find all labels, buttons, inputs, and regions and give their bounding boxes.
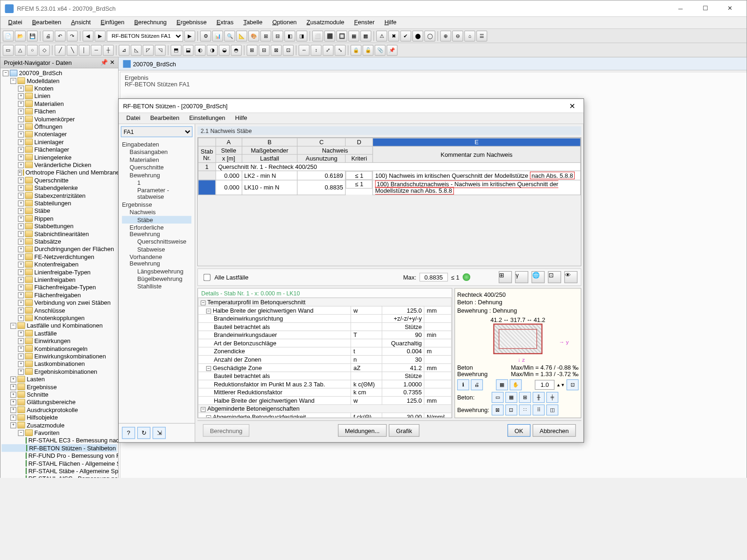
nav-fl-chen[interactable]: +Flächen <box>2 108 117 115</box>
cs-b3[interactable]: ⊞ <box>519 392 531 403</box>
tbtn-m[interactable]: ▦ <box>348 30 359 41</box>
tbtn-q[interactable]: ✔ <box>400 30 411 41</box>
nav-knotenlager[interactable]: +Knotenlager <box>2 131 117 138</box>
nav-querschnitte[interactable]: +Querschnitte <box>2 176 117 184</box>
nav-linien[interactable]: +Linien <box>2 92 117 100</box>
t2-q[interactable]: ◑ <box>207 44 218 55</box>
tbtn-j[interactable]: ⬜ <box>312 30 323 41</box>
ok-button[interactable]: OK <box>507 424 530 437</box>
maximize-button[interactable]: ☐ <box>693 0 718 17</box>
t2-x[interactable]: ↔ <box>299 44 310 55</box>
nav-zusatzmodule[interactable]: +Zusatzmodule <box>2 421 117 429</box>
nav-einwirkungen[interactable]: +Einwirkungen <box>2 337 117 345</box>
mr-btn-5[interactable]: 👁 <box>564 271 578 283</box>
dlg-menu-datei[interactable]: Datei <box>122 113 145 123</box>
tbtn-t[interactable]: ⊕ <box>440 30 451 41</box>
cs-b5[interactable]: ╪ <box>546 392 558 403</box>
t2-h[interactable]: ─ <box>91 44 101 55</box>
nav-linienlager[interactable]: +Linienlager <box>2 138 117 146</box>
nav-st-be[interactable]: +Stäbe <box>2 207 117 215</box>
nav-modelldaten[interactable]: −Modelldaten <box>2 77 117 84</box>
document-tab[interactable]: 200709_BrdSch <box>119 57 747 70</box>
tbtn-r[interactable]: ⬤ <box>412 30 423 41</box>
t2-y[interactable]: ↕ <box>310 44 321 55</box>
tbtn-e[interactable]: 🎨 <box>248 30 259 41</box>
menu-hilfe[interactable]: Hilfe <box>380 17 401 28</box>
cancel-button[interactable]: Abbrechen <box>533 424 576 437</box>
nav-materialien[interactable]: +Materialien <box>2 100 117 107</box>
dlg-export-button[interactable]: ⇲ <box>153 427 166 439</box>
menu-bearbeiten[interactable]: Bearbeiten <box>28 17 65 28</box>
nav-stabnichtlinearit-ten[interactable]: +Stabnichtlinearitäten <box>2 230 117 238</box>
dialog-results-grid[interactable]: ABCDEStabNr.StelleMaßgebenderNachweisKom… <box>197 137 581 266</box>
tbtn-o[interactable]: ⚠ <box>376 30 387 41</box>
t2-n[interactable]: ⬒ <box>170 44 181 55</box>
t2-o[interactable]: ⬓ <box>183 44 193 55</box>
nav-rf-stahl-fl-chen-allgemeine-sp[interactable]: RF-STAHL Flächen - Allgemeine Spannungsa… <box>2 460 117 467</box>
tbtn-new[interactable]: 📄 <box>3 30 14 41</box>
nav-fl-chenlager[interactable]: +Flächenlager <box>2 146 117 154</box>
mr-btn-3[interactable]: 🌐 <box>532 271 545 283</box>
nav-stabendgelenke[interactable]: +Stabendgelenke <box>2 184 117 192</box>
nav-anschl-sse[interactable]: +Anschlüsse <box>2 307 117 314</box>
menu-fenster[interactable]: Fenster <box>350 17 379 28</box>
dtree-bewehrung[interactable]: Bewehrung <box>122 171 191 179</box>
tbtn-b[interactable]: 📊 <box>212 30 223 41</box>
t2-a[interactable]: ▭ <box>3 44 14 55</box>
case-select[interactable]: RF-BETON Stützen FA1 <box>106 30 183 41</box>
nav-schnitte[interactable]: +Schnitte <box>2 391 117 398</box>
tbtn-i[interactable]: ◨ <box>296 30 307 41</box>
nav-stabteilungen[interactable]: +Stabteilungen <box>2 200 117 207</box>
t2-bb[interactable]: 🔒 <box>351 44 361 55</box>
dtree-parameter-stabweise[interactable]: Parameter - stabweise <box>122 186 191 200</box>
tbtn-w[interactable]: ☰ <box>476 30 487 41</box>
nav-rf-fund-pro-bemessung-von-fund[interactable]: RF-FUND Pro - Bemessung von Fundamenten <box>2 452 117 460</box>
tbtn-redo[interactable]: ↷ <box>67 30 78 41</box>
t2-cc[interactable]: 🔓 <box>363 44 374 55</box>
nav-stabbettungen[interactable]: +Stabbettungen <box>2 223 117 230</box>
tbtn-save[interactable]: 💾 <box>27 30 37 41</box>
dlg-help-button[interactable]: ? <box>122 427 135 439</box>
cs-info-button[interactable]: ℹ <box>457 379 469 390</box>
menu-ergebnisse[interactable]: Ergebnisse <box>172 17 211 28</box>
dlg-menu-bearbeiten[interactable]: Bearbeiten <box>146 113 183 123</box>
t2-g[interactable]: │ <box>79 44 90 55</box>
t2-m[interactable]: ◹ <box>155 44 165 55</box>
tbtn-prev[interactable]: ◀ <box>83 30 93 41</box>
t2-w[interactable]: ⊡ <box>283 44 294 55</box>
nav-liniengelenke[interactable]: +Liniengelenke <box>2 154 117 161</box>
tbtn-l[interactable]: 🔲 <box>336 30 347 41</box>
cs-b4[interactable]: ╫ <box>533 392 545 403</box>
dtree-st-be[interactable]: Stäbe <box>122 216 191 224</box>
t2-i[interactable]: ┼ <box>103 44 113 55</box>
tbtn-undo[interactable]: ↶ <box>55 30 65 41</box>
dtree-nachweis[interactable]: Nachweis <box>122 208 191 216</box>
menu-tabelle[interactable]: Tabelle <box>239 17 267 28</box>
nav-lastf-lle[interactable]: +Lastfälle <box>2 329 117 337</box>
nav-volumenk-rper[interactable]: +Volumenkörper <box>2 115 117 123</box>
dtree-stabweise[interactable]: Stabweise <box>122 245 191 253</box>
minimize-button[interactable]: ─ <box>668 0 693 17</box>
dialog-case-select[interactable]: FA1 <box>121 126 192 137</box>
nav--ffnungen[interactable]: +Öffnungen <box>2 123 117 131</box>
nav-rf-stahl-aisc-bemessung-nach-a[interactable]: RF-STAHL AISC - Bemessung nach AISC <box>2 475 117 478</box>
pin-icon[interactable]: 📌 ✕ <box>100 59 115 66</box>
nav-ergebniskombinationen[interactable]: +Ergebniskombinationen <box>2 368 117 375</box>
nav-stabs-tze[interactable]: +Stabsätze <box>2 238 117 245</box>
t2-c[interactable]: ○ <box>27 44 37 55</box>
nav-lastkombinationen[interactable]: +Lastkombinationen <box>2 360 117 368</box>
t2-z[interactable]: ⤢ <box>323 44 333 55</box>
menu-datei[interactable]: Datei <box>4 17 27 28</box>
menu-einfügen[interactable]: Einfügen <box>96 17 129 28</box>
nav-lasten[interactable]: +Lasten <box>2 376 117 383</box>
tbtn-print[interactable]: 🖨 <box>42 30 53 41</box>
cs-w1[interactable]: ⊠ <box>492 405 504 415</box>
tbtn-h[interactable]: ◧ <box>284 30 295 41</box>
dtree-stahlliste[interactable]: Stahlliste <box>122 283 191 290</box>
nav-knotenfreigaben[interactable]: +Knotenfreigaben <box>2 261 117 268</box>
graphics-button[interactable]: Grafik <box>389 424 419 437</box>
menu-berechnung[interactable]: Berechnung <box>130 17 171 28</box>
nav-rippen[interactable]: +Rippen <box>2 215 117 222</box>
t2-aa[interactable]: ⤡ <box>335 44 345 55</box>
t2-ee[interactable]: 📌 <box>387 44 397 55</box>
